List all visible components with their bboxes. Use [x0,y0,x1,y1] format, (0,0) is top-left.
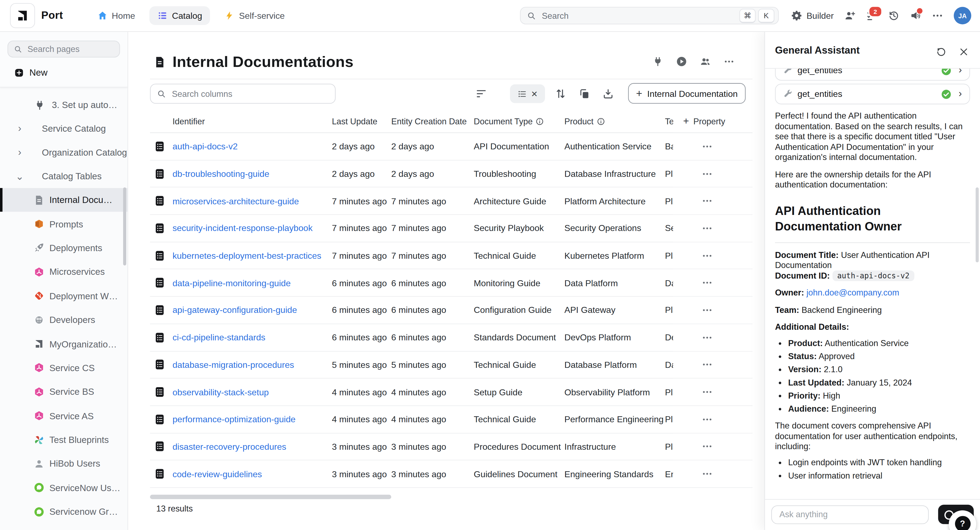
column-header-product[interactable]: Product [564,116,665,126]
identifier-link[interactable]: code-review-guidelines [173,469,332,479]
column-header-last-update[interactable]: Last Update [332,116,391,126]
identifier-link[interactable]: ci-cd-pipeline-standards [173,332,332,343]
identifier-link[interactable]: auth-api-docs-v2 [173,141,332,152]
row-more-actions-button[interactable] [702,359,713,370]
info-icon[interactable] [536,117,544,125]
builder-button[interactable]: Builder [792,10,834,21]
nav-tab[interactable]: Self-service [216,6,293,25]
identifier-link[interactable]: kubernetes-deployment-best-practices [173,251,332,261]
wrench-icon [783,89,792,98]
search-columns-input[interactable] [171,89,329,99]
row-more-actions-button[interactable] [702,196,713,206]
product-cell: Kubernetes Platform [564,251,665,261]
sidebar-tree-row[interactable]: 3. Set up auto… [0,93,127,117]
copy-icon[interactable] [579,88,590,99]
sidebar-item[interactable]: Test Blueprints [0,428,127,452]
sidebar-item[interactable]: ServiceNow Us… [0,476,127,500]
page-header-action-icon[interactable] [676,56,687,67]
identifier-link[interactable]: db-troubleshooting-guide [173,169,332,179]
new-page-button[interactable]: New [14,67,120,78]
identifier-link[interactable]: observability-stack-setup [173,387,332,397]
sidebar-tree-row[interactable]: › Organization Catalog [0,141,127,164]
row-more-actions-button[interactable] [702,468,713,479]
global-search-input[interactable] [541,10,737,21]
sidebar-item[interactable]: Servicenow Gr… [0,500,127,524]
sidebar-tree-row[interactable]: ⌄ Catalog Tables [0,164,127,188]
sidebar-scrollbar[interactable] [123,187,126,265]
row-more-actions-button[interactable] [702,250,713,261]
sidebar-search[interactable] [8,41,120,57]
owner-email-link[interactable]: john.doe@company.com [806,288,899,297]
filter-icon[interactable] [476,88,487,99]
info-icon[interactable] [597,117,605,125]
table-row: api-gateway-configuration-guide 6 minute… [150,297,752,324]
port-logo[interactable] [10,3,35,28]
expand-chevron-icon[interactable]: › [958,69,962,76]
chevron-icon: ⌄ [15,170,24,182]
global-search[interactable]: ⌘ K [520,7,779,24]
identifier-link[interactable]: database-migration-procedures [173,360,332,370]
tool-name: get_entities [798,89,941,99]
row-more-actions-button[interactable] [702,168,713,179]
reset-conversation-icon[interactable] [936,47,946,57]
sidebar-item[interactable]: HiBob Users [0,452,127,476]
sidebar-item-label: ServiceNow Us… [49,482,120,493]
clear-group-icon[interactable]: ✕ [531,89,538,98]
assistant-paragraph: Perfect! I found the API authentication … [775,111,970,163]
identifier-link[interactable]: microservices-architecture-guide [173,196,332,206]
nav-tab[interactable]: Catalog [150,6,210,25]
identifier-link[interactable]: api-gateway-configuration-guide [173,305,332,315]
sidebar-search-input[interactable] [26,44,113,54]
ask-anything-input[interactable] [771,505,929,524]
add-property-button[interactable]: + Property [683,116,725,127]
sidebar-item[interactable]: MyOrganizatio… [0,332,127,356]
nav-action-button[interactable] [888,10,899,21]
close-icon[interactable] [959,47,969,57]
expand-chevron-icon[interactable]: › [958,89,962,99]
search-columns[interactable] [150,84,336,104]
identifier-link[interactable]: data-pipeline-monitoring-guide [173,278,332,288]
add-internal-documentation-button[interactable]: + Internal Documentation [628,83,746,104]
column-header-entity-creation-date[interactable]: Entity Creation Date [391,116,474,126]
sidebar-item[interactable]: Service CS [0,356,127,380]
sidebar-item[interactable]: Microservices [0,260,127,284]
user-avatar[interactable]: JA [954,7,971,24]
tool-call-card[interactable]: get_entities › [775,84,970,105]
row-more-actions-button[interactable] [702,305,713,315]
sidebar-item[interactable]: Deployments [0,236,127,260]
sidebar-item[interactable]: Service BS [0,380,127,404]
nav-action-button[interactable] [910,10,921,21]
column-header-identifier[interactable]: Identifier [173,116,332,126]
sidebar-tree-row[interactable]: › Service Catalog [0,117,127,140]
row-more-actions-button[interactable] [702,387,713,397]
sidebar-item[interactable]: Service AS [0,404,127,428]
nav-action-button[interactable] [845,10,856,21]
assistant-scrollbar[interactable] [976,187,978,263]
page-header-action-icon[interactable] [652,56,663,67]
identifier-link[interactable]: performance-optimization-guide [173,414,332,424]
nav-tab[interactable]: Home [89,6,143,25]
identifier-link[interactable]: security-incident-response-playbook [173,224,332,233]
sort-icon[interactable] [555,88,566,99]
download-icon[interactable] [603,88,614,99]
row-more-actions-button[interactable] [702,141,713,152]
identifier-link[interactable]: disaster-recovery-procedures [173,441,332,452]
nav-action-button[interactable] [932,10,943,21]
table-horizontal-scrollbar[interactable] [150,495,391,499]
sidebar-item[interactable]: Deployment W… [0,284,127,308]
row-more-actions-button[interactable] [702,441,713,452]
row-more-actions-button[interactable] [702,332,713,343]
nav-action-button[interactable]: 2 [866,10,877,21]
sidebar-item[interactable]: Developers [0,308,127,332]
row-more-actions-button[interactable] [702,223,713,233]
page-header-action-icon[interactable] [700,56,711,67]
row-more-actions-button[interactable] [702,414,713,425]
tool-call-card[interactable]: get_entities › [775,69,970,81]
row-more-actions-button[interactable] [702,278,713,288]
column-header-document-type[interactable]: Document Type [474,116,564,126]
sidebar-item[interactable]: Internal Docu… [0,188,127,212]
page-header-action-icon[interactable] [724,56,735,67]
sidebar-item[interactable]: Prompts [0,212,127,236]
group-by-control[interactable]: ✕ [510,84,545,103]
sidebar-item-label: Prompts [49,219,83,229]
